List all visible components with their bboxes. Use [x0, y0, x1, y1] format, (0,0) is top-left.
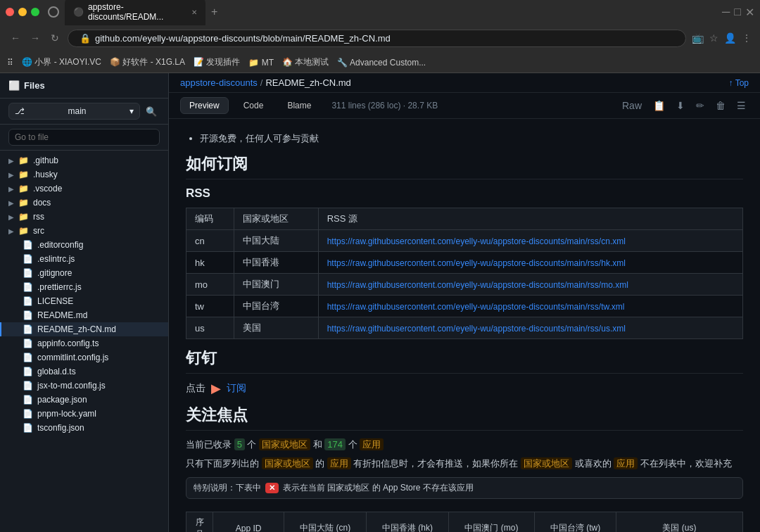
- window-restore-icon[interactable]: □: [734, 6, 741, 19]
- rss-link[interactable]: https://raw.githubusercontent.com/eyelly…: [327, 258, 626, 268]
- download-button[interactable]: ⬇: [673, 99, 688, 113]
- file-label: .husky: [33, 170, 58, 179]
- tab-blame[interactable]: Blame: [278, 97, 320, 114]
- tab-close-button[interactable]: ✕: [191, 8, 197, 16]
- file-icon: 📄: [23, 353, 33, 362]
- sidebar-item-pnpm[interactable]: 📄 pnpm-lock.yaml: [0, 407, 168, 421]
- menu-icon[interactable]: ⋮: [742, 32, 752, 44]
- sidebar-item-prettierrc[interactable]: 📄 .prettierrc.js: [0, 280, 168, 294]
- tab-preview[interactable]: Preview: [180, 97, 229, 114]
- focus-label-apps: 应用: [360, 438, 384, 450]
- focus-heading: 关注焦点: [186, 405, 743, 431]
- sidebar-item-eslint[interactable]: 📄 .eslintrc.js: [0, 252, 168, 266]
- raw-button[interactable]: Raw: [619, 99, 645, 113]
- cell-code: us: [186, 317, 234, 339]
- profile-icon[interactable]: 👤: [724, 32, 736, 44]
- breadcrumb-repo-link[interactable]: appstore-discounts: [180, 77, 258, 88]
- search-box: [0, 125, 168, 151]
- folder-icon: 📁: [18, 212, 29, 222]
- bookmark-apps-icon[interactable]: ⠿: [7, 58, 13, 68]
- sidebar-item-husky[interactable]: ▶ 📁 .husky: [0, 167, 168, 182]
- focus-count-regions: 5: [234, 438, 245, 450]
- rss-link[interactable]: https://raw.githubusercontent.com/eyelly…: [327, 236, 626, 246]
- file-label: LICENSE: [37, 296, 73, 306]
- sidebar-item-rss[interactable]: ▶ 📁 rss: [0, 210, 168, 224]
- cell-region: 中国台湾: [234, 296, 318, 317]
- cell-url: https://raw.githubusercontent.com/eyelly…: [318, 252, 742, 274]
- col-num: 序号: [186, 512, 213, 532]
- rss-table-wrap: 编码 国家或地区 RSS 源 cn 中国大陆 https://raw.githu…: [186, 208, 743, 339]
- sidebar-item-jsxtomd[interactable]: 📄 jsx-to-md.config.js: [0, 379, 168, 393]
- cell-code: tw: [186, 296, 234, 317]
- sidebar-item-readme[interactable]: 📄 README.md: [0, 308, 168, 322]
- list-button[interactable]: ☰: [734, 99, 749, 113]
- maximize-button[interactable]: [31, 8, 39, 16]
- rss-link[interactable]: https://raw.githubusercontent.com/eyelly…: [327, 324, 626, 334]
- bookmark-icon[interactable]: ☆: [709, 32, 718, 44]
- edit-button[interactable]: ✏: [693, 99, 707, 113]
- file-label: .prettierrc.js: [37, 282, 82, 292]
- copy-button[interactable]: 📋: [650, 99, 668, 113]
- search-file-icon[interactable]: 🔍: [143, 103, 160, 120]
- zhiding-link[interactable]: 订阅: [227, 382, 246, 395]
- sidebar-item-appinfo[interactable]: 📄 appinfo.config.ts: [0, 336, 168, 350]
- file-label: .gitignore: [37, 268, 72, 278]
- zhiding-section: 点击 ▶ 订阅: [186, 381, 743, 396]
- bookmark-advanced[interactable]: 🔧 Advanced Custom...: [337, 58, 426, 68]
- zhiding-text: 点击: [186, 382, 205, 395]
- bookmark-plugins[interactable]: 📝 发现插件: [194, 56, 240, 68]
- table-row: us 美国 https://raw.githubusercontent.com/…: [186, 317, 743, 339]
- sidebar-item-src[interactable]: ▶ 📁 src: [0, 224, 168, 238]
- sidebar-item-package[interactable]: 📄 package.json: [0, 393, 168, 407]
- sidebar-item-docs[interactable]: ▶ 📁 docs: [0, 196, 168, 210]
- subscribe-heading: 如何订阅: [186, 153, 743, 179]
- main-layout: ⬜ Files ⎇ main ▾ 🔍 ▶ 📁 .github ▶ �: [0, 73, 760, 532]
- bookmark-local[interactable]: 🏠 本地测试: [282, 56, 329, 68]
- zhiding-para: 点击 ▶ 订阅: [186, 381, 743, 396]
- sidebar-item-vscode[interactable]: ▶ 📁 .vscode: [0, 182, 168, 196]
- file-label: commitlint.config.js: [37, 353, 108, 362]
- delete-button[interactable]: 🗑: [713, 99, 728, 113]
- file-label: .eslintrc.js: [37, 254, 75, 264]
- cell-url: https://raw.githubusercontent.com/eyelly…: [318, 296, 742, 317]
- file-icon: 📄: [23, 423, 33, 433]
- url-bar[interactable]: 🔒 github.com/eyelly-wu/appstore-discount…: [68, 30, 686, 47]
- close-button[interactable]: [6, 8, 14, 16]
- col-cn: 中国大陆 (cn): [284, 512, 367, 532]
- browser-tab[interactable]: ⚫ appstore-discounts/READM... ✕: [65, 0, 205, 25]
- minimize-button[interactable]: [18, 8, 27, 16]
- sidebar-item-license[interactable]: 📄 LICENSE: [0, 294, 168, 308]
- tab-code[interactable]: Code: [234, 97, 273, 114]
- folder-icon: 📁: [18, 226, 29, 236]
- file-icon: 📄: [23, 381, 33, 391]
- sidebar-item-gitignore[interactable]: 📄 .gitignore: [0, 266, 168, 280]
- reload-button[interactable]: ↻: [48, 32, 62, 44]
- table-row: hk 中国香港 https://raw.githubusercontent.co…: [186, 252, 743, 274]
- forward-button[interactable]: →: [28, 32, 42, 44]
- back-button[interactable]: ←: [8, 32, 23, 44]
- bookmark-mt[interactable]: 📁 MT: [248, 58, 274, 68]
- sidebar-item-global[interactable]: 📄 global.d.ts: [0, 365, 168, 379]
- sidebar-item-commitlint[interactable]: 📄 commitlint.config.js: [0, 350, 168, 365]
- notice-text: 特别说明：下表中: [194, 482, 261, 494]
- window-minimize-icon[interactable]: ─: [722, 6, 730, 19]
- bookmark-x1g[interactable]: 📦 好软件 - X1G.LA: [110, 56, 185, 68]
- table-row: cn 中国大陆 https://raw.githubusercontent.co…: [186, 230, 743, 252]
- file-label: src: [33, 226, 44, 236]
- top-link[interactable]: ↑ Top: [729, 78, 749, 88]
- branch-selector[interactable]: ⎇ main ▾ 🔍: [0, 99, 168, 125]
- window-close-icon[interactable]: ✕: [745, 6, 754, 19]
- sidebar-item-github[interactable]: ▶ 📁 .github: [0, 153, 168, 167]
- bookmark-xiaoyi[interactable]: 🌐 小界 - XIAOYI.VC: [22, 56, 101, 68]
- col-rss: RSS 源: [318, 208, 742, 230]
- search-input[interactable]: [8, 129, 160, 146]
- rss-link[interactable]: https://raw.githubusercontent.com/eyelly…: [327, 302, 625, 312]
- sidebar-item-readme-cn[interactable]: 📄 README_zh-CN.md: [0, 322, 168, 336]
- rss-link[interactable]: https://raw.githubusercontent.com/eyelly…: [327, 280, 628, 290]
- sidebar-item-tsconfig[interactable]: 📄 tsconfig.json: [0, 421, 168, 435]
- sidebar-item-editorconfig[interactable]: 📄 .editorconfig: [0, 238, 168, 252]
- new-tab-button[interactable]: +: [205, 2, 223, 22]
- col-appid: App ID: [213, 512, 284, 532]
- cast-icon[interactable]: 📺: [692, 32, 704, 44]
- branch-button[interactable]: ⎇ main ▾: [8, 103, 140, 120]
